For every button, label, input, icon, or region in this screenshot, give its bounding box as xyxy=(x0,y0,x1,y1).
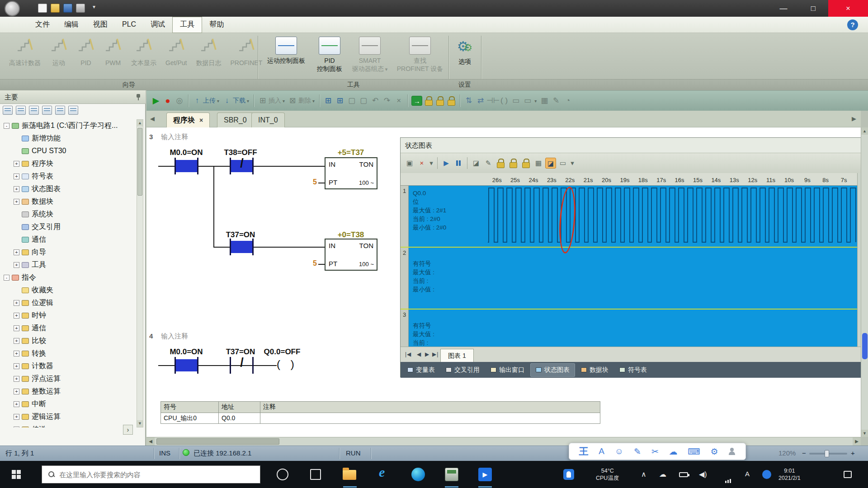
chevron-down-icon[interactable]: ▾ xyxy=(570,158,575,169)
expand-icon[interactable]: + xyxy=(14,414,19,420)
tree-item-工具[interactable]: +工具 xyxy=(0,258,137,271)
tab-scroll-right-icon[interactable]: ▶ xyxy=(852,115,856,122)
tree-item-程序块[interactable]: +程序块 xyxy=(0,157,137,170)
chart-row-1[interactable]: 1Q0.0位最大值 : 2#1当前 : 2#0最小值 : 2#0 xyxy=(401,186,858,247)
view-book-icon[interactable] xyxy=(29,106,39,115)
unforce-lock-icon[interactable] xyxy=(509,159,517,168)
tree-item-交叉引用[interactable]: 交叉引用 xyxy=(0,221,137,233)
stop-button[interactable]: ● xyxy=(162,95,174,107)
timer-t38-box[interactable]: IN TON PT 100 ~ xyxy=(325,239,377,271)
save-icon[interactable] xyxy=(63,4,72,13)
expand-icon[interactable]: + xyxy=(14,401,19,407)
tree-item-逻辑运算[interactable]: +逻辑运算 xyxy=(0,410,137,423)
motion-control-panel-button[interactable]: 运动控制面板 xyxy=(261,37,311,65)
tree-item-转换[interactable]: +转换 xyxy=(0,347,137,360)
contact-t37-energized[interactable] xyxy=(231,241,252,253)
read-force-icon[interactable] xyxy=(522,159,530,168)
tray-expand-icon[interactable]: ∧ xyxy=(641,461,646,488)
editor-hscrollbar[interactable]: ◀ ▶ xyxy=(146,437,861,446)
chart-play-icon[interactable]: ▶ xyxy=(441,158,452,169)
open-file-icon[interactable] xyxy=(51,4,60,13)
edge-browser-icon[interactable] xyxy=(411,468,425,481)
window2-icon[interactable]: ▢ xyxy=(358,95,369,107)
scrollbar-thumb[interactable] xyxy=(862,333,868,359)
menu-调试[interactable]: 调试 xyxy=(143,17,172,33)
shape-icon[interactable]: ▭ xyxy=(557,158,568,169)
view-table-icon[interactable] xyxy=(16,106,26,115)
ime-keyboard-icon[interactable]: ⌨ xyxy=(688,446,700,457)
zoom-out-icon[interactable]: − xyxy=(802,449,806,457)
cortana-icon[interactable] xyxy=(277,469,288,480)
dock-tab-变量表[interactable]: 变量表 xyxy=(402,364,440,376)
ime-letter-icon[interactable]: A xyxy=(599,446,604,456)
chevron-down-icon[interactable]: ▾ xyxy=(429,158,434,169)
close-window-icon[interactable]: × xyxy=(393,95,405,107)
zoom-slider-thumb[interactable] xyxy=(825,450,829,457)
tree-item-系统块[interactable]: 系统块 xyxy=(0,208,137,221)
cloud-icon[interactable]: ☁ xyxy=(659,461,666,488)
expand-icon[interactable]: + xyxy=(14,338,19,344)
ime-account-icon[interactable] xyxy=(728,448,736,455)
internet-explorer-icon[interactable]: e xyxy=(379,465,393,479)
ime-emoji-icon[interactable]: ☺ xyxy=(615,446,623,456)
chart-row-3[interactable]: 3有符号最大值 :当前 :最小值 : xyxy=(401,310,858,347)
wizard-高速计数器-button[interactable]: 高速计数器 xyxy=(7,38,42,67)
tree-item-向导[interactable]: +向导 xyxy=(0,246,137,258)
expand-icon[interactable]: + xyxy=(14,351,19,357)
edit-icon[interactable]: ✎ xyxy=(550,95,562,107)
maximize-button[interactable]: □ xyxy=(798,0,828,17)
expand-icon[interactable]: + xyxy=(14,199,19,205)
lock-add-icon[interactable] xyxy=(448,96,455,105)
dock-tab-状态图表[interactable]: 状态图表 xyxy=(530,363,575,377)
wizard-Get/Put-button[interactable]: Get/Put xyxy=(164,38,189,67)
scrollbar-thumb[interactable] xyxy=(137,128,142,196)
tree-item-时钟[interactable]: +时钟 xyxy=(0,309,137,322)
zoom-in-icon[interactable]: + xyxy=(851,449,855,457)
shape-dropdown[interactable]: ▭ ▾ xyxy=(522,95,538,107)
pou-grid-icon[interactable]: ⊞ xyxy=(322,95,334,107)
chart-tab[interactable]: 图表 1 xyxy=(440,349,474,362)
view-main-icon[interactable] xyxy=(3,106,13,115)
collapse-icon[interactable]: - xyxy=(4,123,9,129)
contact-element-icon[interactable]: ⊣⊢ xyxy=(486,95,498,107)
start-button[interactable] xyxy=(12,470,21,479)
quick-access-caret-icon[interactable]: ▾ xyxy=(93,4,95,10)
ime-screenshot-icon[interactable]: ✂ xyxy=(651,446,659,457)
tree-item-数据块[interactable]: +数据块 xyxy=(0,195,137,208)
print-icon[interactable] xyxy=(76,4,85,13)
expand-icon[interactable]: + xyxy=(14,186,19,192)
menu-PLC[interactable]: PLC xyxy=(115,17,143,33)
menu-编辑[interactable]: 编辑 xyxy=(57,17,86,33)
next-chart-icon[interactable]: ▶ xyxy=(425,351,429,357)
download-button[interactable]: ↓ 下载 ▾ xyxy=(221,95,251,107)
tab-int0[interactable]: INT_0 xyxy=(251,113,285,127)
box-element-icon[interactable]: ▭ xyxy=(510,95,522,107)
file-explorer-icon[interactable] xyxy=(343,470,356,480)
tree-item-CPU-ST30[interactable]: CPU ST30 xyxy=(0,145,137,157)
wizard-运动-button[interactable]: 运动 xyxy=(48,38,70,67)
zoom-icon[interactable]: ◔ xyxy=(562,95,574,107)
upload-button[interactable]: ↑ 上传 ▾ xyxy=(191,95,221,107)
menu-帮助[interactable]: 帮助 xyxy=(202,17,231,33)
lock-icon[interactable] xyxy=(425,96,433,105)
last-chart-icon[interactable]: ▶| xyxy=(432,351,439,357)
scroll-down-icon[interactable]: ▼ xyxy=(861,430,868,437)
task-view-icon[interactable] xyxy=(310,469,321,480)
tree-item-计数器[interactable]: +计数器 xyxy=(0,360,137,372)
chart-edit-icon[interactable]: ✎ xyxy=(483,158,494,169)
compile-icon[interactable]: ◎ xyxy=(174,95,185,107)
coil-element-icon[interactable]: ( ) xyxy=(498,95,510,107)
find-profinet-device-button[interactable]: 查找 PROFINET 设备 xyxy=(394,37,446,73)
contact-m0-0-energized[interactable] xyxy=(176,359,197,371)
expand-icon[interactable]: + xyxy=(14,262,19,268)
menu-工具[interactable]: 工具 xyxy=(172,17,202,33)
tab-program-block[interactable]: 程序块× xyxy=(166,113,210,127)
expand-icon[interactable]: + xyxy=(14,363,19,369)
chart-read-icon[interactable]: ◪ xyxy=(471,158,481,169)
tree-item-通信[interactable]: +通信 xyxy=(0,322,137,334)
menu-视图[interactable]: 视图 xyxy=(86,17,115,33)
goto-icon[interactable]: → xyxy=(411,96,422,106)
close-button[interactable]: × xyxy=(828,0,868,17)
output-coil-q0-0[interactable]: ( ) xyxy=(277,358,298,371)
dock-tab-数据块[interactable]: 数据块 xyxy=(576,364,613,376)
